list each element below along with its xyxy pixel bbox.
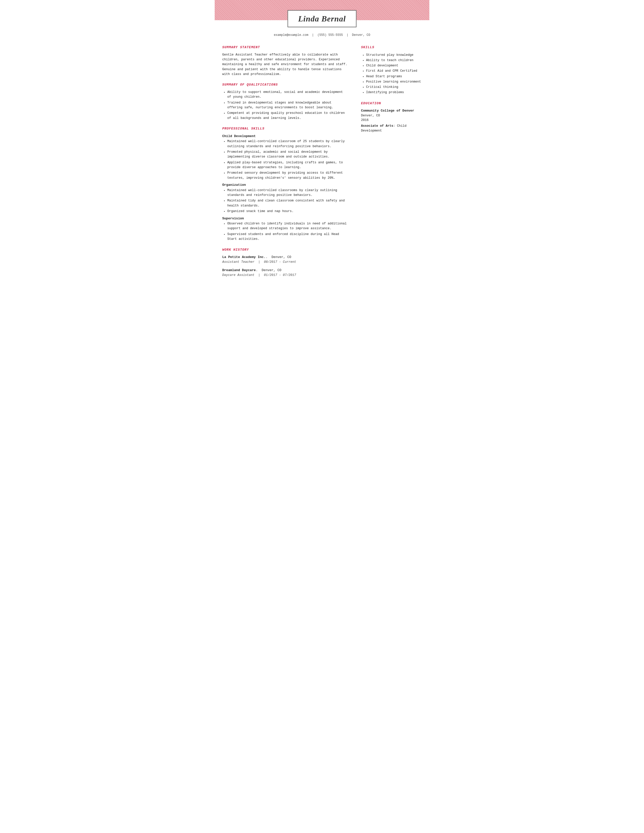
education-entry-1: Community College of Denver Denver, CO 2… bbox=[361, 108, 422, 133]
list-item: Promoted sensory development by providin… bbox=[227, 170, 349, 180]
work-history-title: WORK HISTORY bbox=[222, 248, 349, 252]
organization-list: Maintained well-controlled classrooms by… bbox=[222, 188, 349, 214]
qualifications-list: Ability to support emotional, social and… bbox=[222, 90, 349, 121]
list-item: Maintained well-controlled classroom of … bbox=[227, 139, 349, 149]
degree-label-1: Associate of Arts bbox=[361, 124, 393, 128]
skills-list: Structured play knowledge Ability to tea… bbox=[361, 53, 422, 95]
supervision-list: Observed children to identify individual… bbox=[222, 221, 349, 242]
qualifications-title: SUMMARY OF QUALIFICATIONS bbox=[222, 82, 349, 87]
skill-item: Identifying problems bbox=[366, 90, 422, 95]
summary-text: Gentle Assistant Teacher effectively abl… bbox=[222, 53, 349, 77]
skill-item: Positive learning environment bbox=[366, 79, 422, 85]
list-item: Promoted physical, academic and social d… bbox=[227, 150, 349, 159]
skill-item: Head Start programs bbox=[366, 74, 422, 79]
phone: (555) 555-5555 bbox=[317, 33, 343, 37]
list-item: Applied play-based strategies, including… bbox=[227, 160, 349, 170]
location: Denver, CO bbox=[352, 33, 370, 37]
skill-item: Structured play knowledge bbox=[366, 53, 422, 58]
professional-skills-title: PROFESSIONAL SKILLS bbox=[222, 126, 349, 131]
degree-1: Associate of Arts: Child Development bbox=[361, 124, 422, 133]
work-entry-2: Dreamland Daycare. Denver, CO Daycare As… bbox=[222, 268, 349, 277]
company-name-2: Dreamland Daycare bbox=[222, 269, 256, 272]
main-content: SUMMARY STATEMENT Gentle Assistant Teach… bbox=[215, 40, 429, 289]
header-banner: Linda Bernal bbox=[215, 0, 429, 20]
list-item: Trained in developmental stages and know… bbox=[227, 100, 349, 110]
company-1: La Petite Academy Inc.. Denver, CO bbox=[222, 255, 349, 260]
name-box: Linda Bernal bbox=[288, 10, 357, 27]
job-title-2: Daycare Assistant | 01/2017 - 07/2017 bbox=[222, 273, 349, 278]
subsection-supervision: Supervision bbox=[222, 216, 349, 221]
skill-item: Critical thinking bbox=[366, 85, 422, 90]
degree-separator: : bbox=[393, 124, 397, 128]
list-item: Competent at providing quality preschool… bbox=[227, 111, 349, 121]
list-item: Organized snack time and nap hours. bbox=[227, 209, 349, 214]
skill-item: Child development bbox=[366, 63, 422, 68]
email: example@example.com bbox=[274, 33, 308, 37]
separator-1: . bbox=[266, 255, 272, 259]
summary-title: SUMMARY STATEMENT bbox=[222, 45, 349, 50]
skill-item: Ability to teach children bbox=[366, 58, 422, 63]
school-location-1: Denver, CO bbox=[361, 113, 422, 118]
skill-item: First Aid and CPR Certified bbox=[366, 68, 422, 74]
right-column: SKILLS Structured play knowledge Ability… bbox=[356, 45, 422, 281]
company-2: Dreamland Daycare. Denver, CO bbox=[222, 268, 349, 273]
skills-title: SKILLS bbox=[361, 45, 422, 50]
candidate-name: Linda Bernal bbox=[298, 13, 346, 25]
child-development-list: Maintained well-controlled classroom of … bbox=[222, 139, 349, 180]
graduation-year-1: 2016 bbox=[361, 118, 422, 123]
company-name-1: La Petite Academy Inc. bbox=[222, 255, 266, 259]
school-name-1: Community College of Denver bbox=[361, 108, 422, 113]
job-title-1: Assistant Teacher | 08/2017 - Current bbox=[222, 260, 349, 265]
contact-info: example@example.com | (555) 555-5555 | D… bbox=[215, 30, 429, 40]
company-location-1: Denver, CO bbox=[272, 255, 291, 259]
list-item: Ability to support emotional, social and… bbox=[227, 90, 349, 100]
list-item: Observed children to identify individual… bbox=[227, 221, 349, 231]
work-entry-1: La Petite Academy Inc.. Denver, CO Assis… bbox=[222, 255, 349, 264]
subsection-organization: Organization bbox=[222, 182, 349, 188]
list-item: Maintained tidy and clean classroom cons… bbox=[227, 198, 349, 208]
education-title: EDUCATION bbox=[361, 101, 422, 106]
company-location-2: Denver, CO bbox=[262, 269, 281, 272]
subsection-child-development: Child Development bbox=[222, 134, 349, 139]
list-item: Maintained well-controlled classrooms by… bbox=[227, 188, 349, 198]
list-item: Supervised students and enforced discipl… bbox=[227, 232, 349, 242]
separator-2: . bbox=[256, 269, 262, 272]
left-column: SUMMARY STATEMENT Gentle Assistant Teach… bbox=[222, 45, 356, 281]
